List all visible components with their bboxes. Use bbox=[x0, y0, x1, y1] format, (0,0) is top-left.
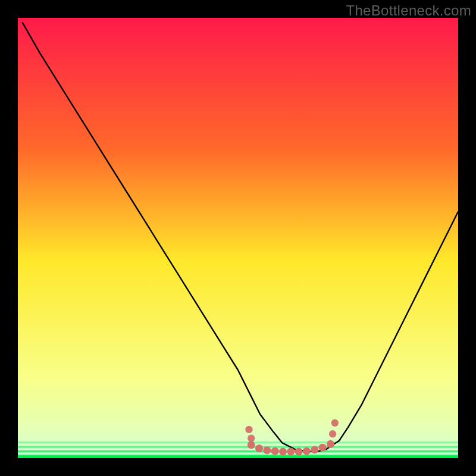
marker-dot bbox=[311, 446, 318, 453]
marker-dot bbox=[295, 447, 303, 455]
chart-svg bbox=[18, 18, 458, 458]
green-band-bottom bbox=[18, 456, 458, 458]
green-band bbox=[18, 446, 458, 448]
marker-dot bbox=[319, 444, 327, 452]
marker-dot bbox=[245, 426, 252, 433]
marker-dot bbox=[248, 441, 255, 449]
marker-dot bbox=[263, 446, 271, 454]
plot-area bbox=[18, 18, 458, 458]
marker-dot bbox=[271, 447, 279, 455]
chart-frame: TheBottleneck.com bbox=[0, 0, 476, 476]
marker-dot bbox=[329, 430, 336, 437]
watermark-text: TheBottleneck.com bbox=[346, 2, 471, 19]
marker-dot bbox=[331, 419, 339, 427]
green-band bbox=[18, 450, 458, 453]
marker-dot bbox=[287, 447, 295, 455]
marker-dot bbox=[255, 444, 263, 452]
marker-dot bbox=[279, 447, 287, 455]
gradient-background bbox=[18, 18, 458, 458]
marker-dot bbox=[303, 447, 311, 455]
green-band bbox=[18, 441, 458, 443]
marker-dot bbox=[327, 440, 334, 448]
marker-dot bbox=[248, 435, 255, 442]
